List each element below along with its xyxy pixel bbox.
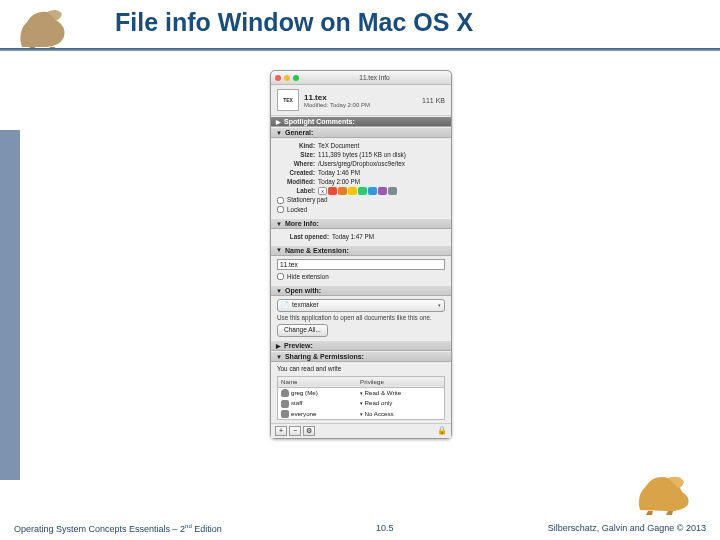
section-sharing-label: Sharing & Permissions: <box>285 353 364 360</box>
dinosaur-right-image <box>632 468 702 516</box>
left-accent-bar <box>0 130 20 480</box>
open-with-select[interactable]: 📄texmaker▾ <box>277 299 445 312</box>
modified-label: Modified: <box>277 178 315 187</box>
disclosure-down-icon: ▼ <box>276 354 282 360</box>
footer-right: Silberschatz, Galvin and Gagne © 2013 <box>548 523 706 534</box>
label-orange-icon[interactable] <box>338 187 347 195</box>
tex-document-icon: TEX <box>277 89 299 111</box>
label-label: Label: <box>277 187 315 196</box>
filename-input[interactable] <box>277 259 445 270</box>
table-row: everyone▾ No Access <box>278 409 445 420</box>
section-general[interactable]: ▼General: <box>271 127 451 138</box>
perm-col-name: Name <box>278 376 358 387</box>
section-openwith-label: Open with: <box>285 287 321 294</box>
action-menu-button[interactable]: ⚙ <box>303 426 315 436</box>
label-red-icon[interactable] <box>328 187 337 195</box>
section-nameext-label: Name & Extension: <box>285 247 349 254</box>
locked-label: Locked <box>287 206 307 215</box>
permissions-footer: + − ⚙ 🔒 <box>271 423 451 438</box>
created-value: Today 1:46 PM <box>318 169 445 178</box>
footer-left: Operating System Concepts Essentials – 2… <box>14 523 222 534</box>
hide-extension-checkbox[interactable]: Hide extension <box>277 273 445 282</box>
group-icon <box>281 410 289 418</box>
table-row: staff▾ Read only <box>278 398 445 408</box>
permissions-table: NamePrivilege greg (Me)▾ Read & Write st… <box>277 376 445 420</box>
close-icon[interactable] <box>275 75 281 81</box>
label-green-icon[interactable] <box>358 187 367 195</box>
open-with-app: texmaker <box>292 301 319 310</box>
nameext-body: Hide extension <box>271 256 451 286</box>
user-icon <box>281 389 289 397</box>
header-filename: 11.tex <box>304 93 422 102</box>
disclosure-down-icon: ▼ <box>276 247 282 253</box>
disclosure-down-icon: ▼ <box>276 288 282 294</box>
label-gray-icon[interactable] <box>388 187 397 195</box>
label-yellow-icon[interactable] <box>348 187 357 195</box>
disclosure-down-icon: ▼ <box>276 130 282 136</box>
disclosure-right-icon: ▶ <box>276 342 281 349</box>
window-titlebar[interactable]: 11.tex Info <box>271 71 451 85</box>
section-moreinfo-label: More Info: <box>285 220 319 227</box>
header-modified: Modified: Today 2:00 PM <box>304 102 422 108</box>
header-filesize: 111 KB <box>422 97 445 104</box>
file-header: TEX 11.tex Modified: Today 2:00 PM 111 K… <box>271 85 451 116</box>
where-value: /Users/greg/Dropbox/osc9e/tex <box>318 160 445 169</box>
file-info-window: 11.tex Info TEX 11.tex Modified: Today 2… <box>270 70 452 439</box>
section-sharing[interactable]: ▼Sharing & Permissions: <box>271 351 451 362</box>
disclosure-down-icon: ▼ <box>276 221 282 227</box>
slide-header: File info Window on Mac OS X <box>0 0 720 60</box>
created-label: Created: <box>277 169 315 178</box>
slide-footer: Operating System Concepts Essentials – 2… <box>0 523 720 534</box>
modified-value: Today 2:00 PM <box>318 178 445 187</box>
locked-checkbox[interactable]: Locked <box>277 206 445 215</box>
sharing-caption: You can read and write <box>277 365 445 374</box>
section-nameext[interactable]: ▼Name & Extension: <box>271 245 451 256</box>
section-moreinfo[interactable]: ▼More Info: <box>271 218 451 229</box>
slide-title: File info Window on Mac OS X <box>115 8 473 37</box>
size-label: Size: <box>277 151 315 160</box>
zoom-icon[interactable] <box>293 75 299 81</box>
label-blue-icon[interactable] <box>368 187 377 195</box>
moreinfo-body: Last opened:Today 1:47 PM <box>271 229 451 245</box>
section-preview-label: Preview: <box>284 342 313 349</box>
openwith-body: 📄texmaker▾ Use this application to open … <box>271 296 451 340</box>
section-spotlight[interactable]: ▶Spotlight Comments: <box>271 116 451 127</box>
table-row: greg (Me)▾ Read & Write <box>278 387 445 398</box>
size-value: 111,389 bytes (115 KB on disk) <box>318 151 445 160</box>
change-all-button[interactable]: Change All... <box>277 324 328 337</box>
section-general-label: General: <box>285 129 313 136</box>
lastopened-value: Today 1:47 PM <box>332 233 445 242</box>
open-with-desc: Use this application to open all documen… <box>277 314 445 323</box>
kind-label: Kind: <box>277 142 315 151</box>
disclosure-right-icon: ▶ <box>276 118 281 125</box>
general-body: Kind:TeX Document Size:111,389 bytes (11… <box>271 138 451 218</box>
title-underline <box>0 48 720 51</box>
lastopened-label: Last opened: <box>277 233 329 242</box>
chevron-updown-icon: ▾ <box>438 302 441 309</box>
kind-value: TeX Document <box>318 142 445 151</box>
label-none-icon[interactable]: x <box>318 187 327 195</box>
group-icon <box>281 400 289 408</box>
label-purple-icon[interactable] <box>378 187 387 195</box>
window-title: 11.tex Info <box>302 74 447 81</box>
perm-col-priv: Privilege <box>357 376 444 387</box>
stationery-label: Stationery pad <box>287 196 328 205</box>
add-button[interactable]: + <box>275 426 287 436</box>
lock-icon[interactable]: 🔒 <box>437 426 447 436</box>
section-preview[interactable]: ▶Preview: <box>271 340 451 351</box>
remove-button[interactable]: − <box>289 426 301 436</box>
minimize-icon[interactable] <box>284 75 290 81</box>
label-swatches: x <box>318 187 445 196</box>
sharing-body: You can read and write NamePrivilege gre… <box>271 362 451 423</box>
hide-extension-label: Hide extension <box>287 273 329 282</box>
page-number: 10.5 <box>376 523 394 534</box>
section-openwith[interactable]: ▼Open with: <box>271 285 451 296</box>
stationery-checkbox[interactable]: Stationery pad <box>277 196 445 205</box>
dinosaur-left-image <box>12 2 82 52</box>
section-spotlight-label: Spotlight Comments: <box>284 118 355 125</box>
where-label: Where: <box>277 160 315 169</box>
